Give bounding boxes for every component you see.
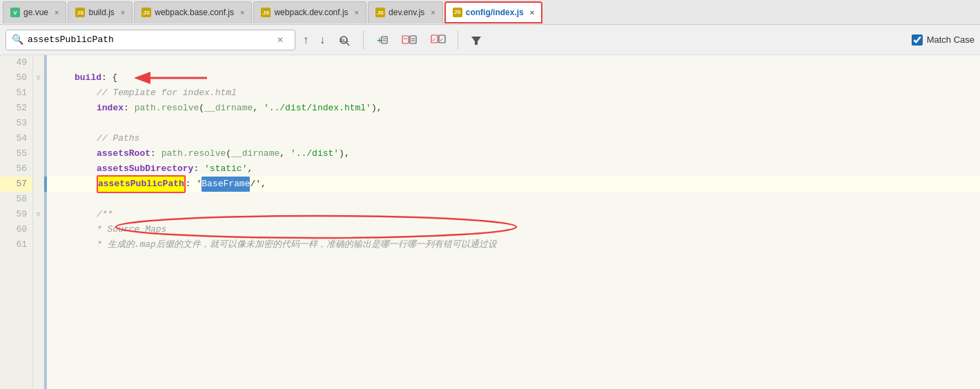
svg-line-1	[346, 43, 349, 46]
code-line-60: * Source Maps	[47, 222, 980, 237]
fold-marker-56	[33, 161, 43, 177]
code-token: ,	[280, 146, 291, 161]
tab-label: webpack.dev.conf.js	[274, 8, 348, 17]
tab-build-js[interactable]: JS build.js ×	[68, 1, 133, 23]
code-token: :	[150, 146, 161, 161]
match-case-checkbox[interactable]	[912, 34, 923, 46]
code-area: 49 50 51 52 53 54 55 56 57 58 59 60 61 ▽…	[0, 55, 980, 389]
code-line-59: /**	[47, 207, 980, 222]
code-line-57: assetsPublicPath : ' BaseFrame /',	[47, 177, 980, 192]
line-num-59: 59	[0, 207, 32, 222]
tab-app-vue[interactable]: V ge.vue ×	[3, 1, 66, 23]
toolbar-divider	[363, 30, 364, 50]
tab-close-icon[interactable]: ×	[121, 8, 125, 17]
vue-icon: V	[10, 8, 20, 17]
code-content[interactable]: build : { // Template for index.html	[47, 55, 980, 389]
code-token: : '	[186, 177, 202, 192]
code-token: * Source Maps	[97, 222, 166, 237]
code-token: '../dist/index.html'	[264, 101, 371, 116]
code-token-selected: BaseFrame	[202, 177, 250, 192]
search-input-wrap: 🔍 ✕	[6, 30, 295, 50]
line-num-50: 50	[0, 70, 32, 86]
tab-webpack-base[interactable]: JS webpack.base.conf.js ×	[134, 1, 252, 23]
code-token: build	[75, 70, 101, 86]
code-token: : {	[101, 70, 117, 86]
code-token: ,	[253, 101, 264, 116]
svg-rect-4	[382, 37, 387, 43]
red-arrow-svg	[131, 70, 214, 86]
tab-webpack-dev[interactable]: JS webpack.dev.conf.js ×	[253, 1, 366, 23]
fold-marker-53	[33, 116, 43, 131]
replace-button[interactable]	[397, 30, 422, 50]
js-icon: JS	[261, 8, 271, 17]
code-token: // Template for index.html	[97, 86, 237, 101]
add-pattern-button[interactable]: +	[371, 30, 393, 50]
code-token: /',	[250, 177, 266, 192]
fold-marker-61	[33, 237, 43, 252]
fold-marker-59[interactable]: ▽	[33, 207, 43, 222]
code-token: (	[226, 146, 231, 161]
code-token: path.resolve	[135, 101, 199, 116]
search-icon: 🔍	[12, 34, 23, 46]
fold-marker-57	[33, 177, 43, 192]
tab-config-index[interactable]: JS config/index.js ×	[444, 1, 542, 23]
search-all-button[interactable]: ALL	[333, 30, 356, 50]
svg-text:✓: ✓	[440, 37, 444, 42]
match-case-wrap: Match Case	[912, 34, 974, 46]
line-num-61: 61	[0, 237, 32, 252]
js-icon: JS	[375, 8, 385, 17]
add-pattern-icon: +	[375, 34, 388, 46]
line-num-58: 58	[0, 192, 32, 207]
line-num-55: 55	[0, 146, 32, 161]
js-icon: JS	[141, 8, 151, 17]
tab-close-icon[interactable]: ×	[355, 8, 359, 17]
code-token: '../dist'	[291, 146, 339, 161]
code-token: 'static'	[204, 161, 247, 177]
fold-marker-58	[33, 192, 43, 207]
code-token: * 生成的.map后缀的文件，就可以像未加密的代码一样，准确的输出是哪一行哪一列…	[97, 237, 497, 252]
search-input[interactable]	[28, 34, 269, 45]
fold-marker-50[interactable]: ▽	[33, 70, 43, 86]
svg-rect-7	[402, 36, 409, 43]
svg-marker-16	[471, 37, 481, 45]
line-num-56: 56	[0, 161, 32, 177]
code-line-58	[47, 192, 980, 207]
js-icon: JS	[453, 8, 462, 17]
tab-close-icon[interactable]: ×	[530, 8, 534, 17]
replace-all-button[interactable]: ✓ ✓	[426, 30, 451, 50]
svg-text:ALL: ALL	[340, 38, 349, 43]
filter-button[interactable]	[465, 30, 487, 50]
line-num-52: 52	[0, 101, 32, 116]
line-num-60: 60	[0, 222, 32, 237]
prev-match-button[interactable]: ↑	[300, 32, 312, 48]
clear-search-button[interactable]: ✕	[273, 33, 287, 47]
code-token: path.resolve	[161, 146, 226, 161]
filter-icon	[470, 34, 482, 46]
code-token: __dirname	[231, 146, 280, 161]
code-line-54: // Paths	[47, 131, 980, 146]
tab-dev-env[interactable]: JS dev.env.js ×	[368, 1, 443, 23]
line-numbers: 49 50 51 52 53 54 55 56 57 58 59 60 61	[0, 55, 33, 389]
code-token: (	[199, 101, 204, 116]
code-token: __dirname	[204, 101, 253, 116]
tab-label: webpack.base.conf.js	[155, 8, 234, 17]
code-token: /**	[97, 207, 112, 222]
toolbar-divider-2	[458, 30, 458, 50]
code-token: ),	[371, 101, 382, 116]
code-line-49	[47, 55, 980, 70]
svg-text:✓: ✓	[432, 37, 436, 42]
match-case-label: Match Case	[927, 34, 974, 45]
tab-close-icon[interactable]: ×	[431, 8, 435, 17]
tab-label: ge.vue	[23, 8, 48, 17]
next-match-button[interactable]: ↓	[316, 32, 329, 48]
fold-marker-51	[33, 86, 43, 101]
search-bar: 🔍 ✕ ↑ ↓ ALL + ✓	[0, 25, 980, 55]
code-line-56: assetsSubDirectory : 'static' ,	[47, 161, 980, 177]
js-icon: JS	[75, 8, 85, 17]
tab-close-icon[interactable]: ×	[55, 8, 59, 17]
code-line-52: index : path.resolve ( __dirname , '../d…	[47, 101, 980, 116]
tab-close-icon[interactable]: ×	[240, 8, 244, 17]
tab-bar: V ge.vue × JS build.js × JS webpack.base…	[0, 0, 980, 25]
gutter: 49 50 51 52 53 54 55 56 57 58 59 60 61 ▽…	[0, 55, 44, 389]
code-line-55: assetsRoot : path.resolve ( __dirname , …	[47, 146, 980, 161]
